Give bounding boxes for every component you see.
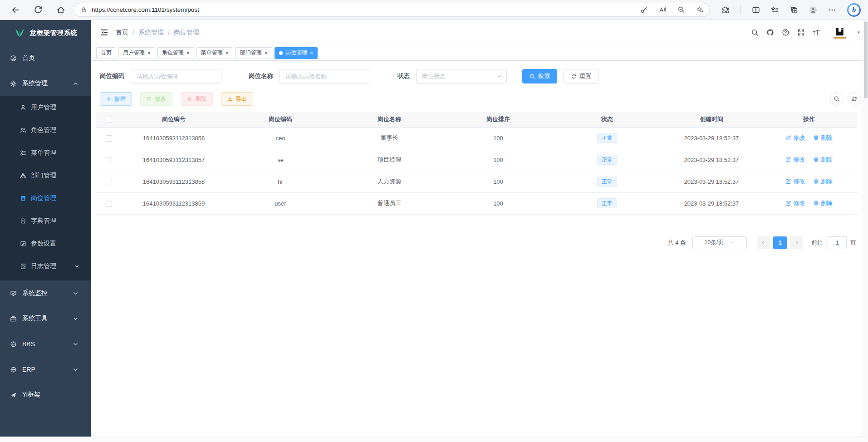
- sidebar-item-label: 角色管理: [31, 126, 56, 134]
- status-badge: 正常: [597, 198, 617, 208]
- tab-menu-management[interactable]: 菜单管理×: [196, 47, 233, 59]
- sidebar-item-erp[interactable]: ERP: [0, 357, 91, 382]
- lock-icon[interactable]: [80, 6, 87, 13]
- close-icon[interactable]: ×: [147, 50, 151, 56]
- row-checkbox[interactable]: [106, 157, 112, 163]
- address-bar[interactable]: https://ccnetcore.com:1101/system/post: [74, 3, 710, 17]
- post-code-input[interactable]: [131, 69, 221, 83]
- close-icon[interactable]: ×: [310, 50, 313, 56]
- extensions-icon[interactable]: [721, 6, 730, 14]
- sidebar-item-user-management[interactable]: 用户管理: [0, 96, 91, 119]
- breadcrumb-home[interactable]: 首页: [116, 29, 128, 37]
- header-search-icon[interactable]: [751, 29, 759, 36]
- sidebar-item-menu-management[interactable]: 菜单管理: [0, 142, 91, 164]
- github-icon[interactable]: [766, 29, 774, 36]
- row-edit-link[interactable]: 修改: [785, 156, 805, 164]
- column-post-sort: 岗位排序: [444, 112, 553, 127]
- read-aloud-icon[interactable]: [659, 6, 667, 14]
- reset-button[interactable]: 重置: [564, 69, 598, 83]
- breadcrumb-system: 系统管理: [138, 29, 164, 37]
- status-badge: 正常: [597, 177, 617, 187]
- sidebar-collapse-icon[interactable]: [100, 28, 108, 37]
- split-screen-icon[interactable]: [752, 6, 760, 14]
- copilot-bing-icon[interactable]: b: [847, 3, 861, 17]
- tab-dept-management[interactable]: 部门管理×: [235, 47, 272, 59]
- goto-page-input[interactable]: [828, 236, 847, 249]
- column-post-id: 岗位编号: [122, 112, 226, 127]
- browser-refresh-icon[interactable]: [34, 5, 43, 15]
- sidebar-item-bbs[interactable]: BBS: [0, 331, 91, 357]
- row-checkbox[interactable]: [106, 201, 112, 207]
- row-checkbox[interactable]: [106, 135, 112, 142]
- goto-label: 前往: [811, 239, 823, 247]
- user-avatar-logo[interactable]: [834, 27, 846, 39]
- fullscreen-icon[interactable]: [797, 29, 805, 36]
- row-delete-link[interactable]: 删除: [813, 177, 833, 186]
- tab-post-management-active[interactable]: 岗位管理×: [275, 47, 318, 59]
- row-delete-link[interactable]: 删除: [813, 199, 833, 207]
- avatar-caret-down-icon[interactable]: ▾: [857, 29, 860, 35]
- row-delete-link[interactable]: 删除: [813, 134, 833, 142]
- sidebar-item-log-management[interactable]: 日志管理: [0, 255, 91, 278]
- favorite-star-icon[interactable]: [696, 6, 704, 14]
- cell-post-code: hr: [226, 171, 335, 192]
- row-checkbox[interactable]: [106, 179, 112, 185]
- tab-role-management[interactable]: 角色管理×: [157, 47, 194, 59]
- sidebar-item-system-management[interactable]: 系统管理: [0, 71, 91, 96]
- row-edit-link[interactable]: 修改: [785, 199, 805, 207]
- search-button[interactable]: 搜索: [522, 69, 557, 83]
- filter-form: 岗位编码 岗位名称 状态 岗位状态 搜索: [91, 66, 868, 86]
- help-question-icon[interactable]: [782, 29, 790, 36]
- browser-back-icon[interactable]: [11, 5, 20, 15]
- tab-home[interactable]: 首页: [96, 47, 116, 59]
- status-select[interactable]: 岗位状态: [416, 69, 507, 83]
- tags-view-bar: 首页 用户管理× 角色管理× 菜单管理× 部门管理× 岗位管理×: [91, 45, 868, 61]
- edit-button-disabled[interactable]: 修改: [140, 92, 172, 106]
- download-icon: [227, 96, 233, 102]
- vertical-scrollbar[interactable]: [863, 20, 868, 437]
- close-icon[interactable]: ×: [186, 50, 190, 56]
- font-size-icon[interactable]: TT: [813, 29, 819, 36]
- browser-home-icon[interactable]: [56, 5, 65, 15]
- sidebar-item-role-management[interactable]: 角色管理: [0, 119, 91, 142]
- show-search-toggle-button[interactable]: [830, 92, 843, 106]
- sidebar-item-system-tools[interactable]: 系统工具: [0, 306, 91, 331]
- status-badge: 正常: [597, 133, 617, 143]
- password-key-icon[interactable]: [640, 6, 648, 14]
- sidebar-item-label: 系统工具: [22, 314, 48, 323]
- horizontal-scrollbar-track[interactable]: [0, 437, 868, 442]
- next-page-button[interactable]: [790, 236, 803, 249]
- sidebar-item-yi-framework[interactable]: Yi框架: [0, 382, 91, 408]
- sidebar-item-dict-management[interactable]: 字典管理: [0, 210, 91, 232]
- post-badge-icon: [20, 195, 26, 201]
- sidebar-item-home[interactable]: 首页: [0, 45, 91, 71]
- cell-post-name: 普通员工: [335, 192, 444, 214]
- tab-user-management[interactable]: 用户管理×: [118, 47, 155, 59]
- export-button[interactable]: 导出: [221, 92, 253, 106]
- close-icon[interactable]: ×: [265, 50, 268, 56]
- close-icon[interactable]: ×: [226, 50, 229, 56]
- sidebar-item-param-settings[interactable]: 参数设置: [0, 232, 91, 255]
- scrollbar-thumb[interactable]: [864, 21, 868, 98]
- row-edit-link[interactable]: 修改: [785, 134, 805, 142]
- select-all-checkbox[interactable]: [106, 117, 112, 123]
- cell-post-code: ceo: [226, 127, 335, 149]
- post-name-input[interactable]: [280, 69, 370, 83]
- prev-page-button[interactable]: [757, 236, 770, 249]
- browser-profile-avatar[interactable]: [809, 6, 817, 14]
- refresh-table-button[interactable]: [848, 92, 861, 106]
- sidebar-item-post-management[interactable]: 岗位管理: [0, 187, 91, 210]
- add-button[interactable]: 新增: [100, 92, 132, 106]
- row-edit-link[interactable]: 修改: [785, 177, 805, 186]
- sidebar-item-dept-management[interactable]: 部门管理: [0, 164, 91, 187]
- zoom-out-icon[interactable]: [677, 6, 685, 14]
- collections-icon[interactable]: [790, 6, 798, 14]
- favorites-bar-icon[interactable]: [771, 6, 779, 14]
- more-options-icon[interactable]: [828, 6, 836, 14]
- page-size-select[interactable]: 10条/页: [692, 236, 747, 249]
- settings-edit-icon: [20, 241, 26, 247]
- sidebar-item-system-monitor[interactable]: 系统监控: [0, 280, 91, 306]
- delete-button-disabled[interactable]: 删除: [181, 92, 213, 106]
- page-number-active[interactable]: 1: [773, 236, 787, 249]
- row-delete-link[interactable]: 删除: [813, 156, 833, 164]
